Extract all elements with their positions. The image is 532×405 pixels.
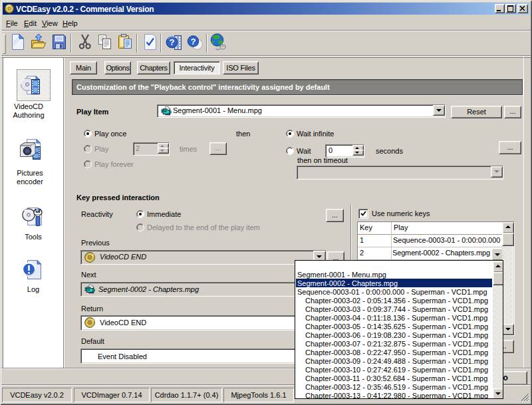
svg-text:?: ? bbox=[170, 37, 175, 47]
svg-text:?: ? bbox=[191, 37, 196, 47]
